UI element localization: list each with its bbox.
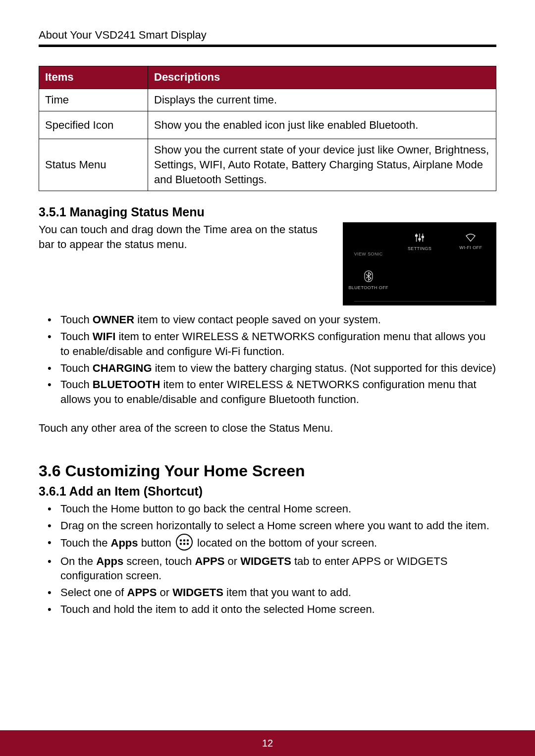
wifi-icon (465, 233, 476, 242)
li-post: item that you want to add. (223, 586, 351, 599)
svg-rect-4 (419, 239, 421, 240)
list-item: Drag on the screen horizontally to selec… (48, 518, 496, 533)
table-head-items: Items (39, 66, 148, 89)
li-mid: or (157, 586, 172, 599)
cell-item: Status Menu (39, 139, 148, 191)
li-bold: Apps (96, 555, 123, 567)
cell-desc: Show you the current state of your devic… (148, 139, 496, 191)
status-menu-figure: VIEW SONIC SETTINGS (343, 222, 496, 305)
bluetooth-icon (364, 270, 373, 282)
table-row: Specified Icon Show you the enabled icon… (39, 111, 496, 139)
heading-3-6-1: 3.6.1 Add an Item (Shortcut) (39, 484, 496, 499)
status-menu-divider (354, 301, 485, 302)
li-post: item to view contact people saved on you… (134, 313, 381, 326)
li-post: item to view the battery charging status… (152, 362, 496, 374)
table-row: Status Menu Show you the current state o… (39, 139, 496, 191)
li-bold: Apps (111, 536, 138, 549)
list-item: Touch WIFI item to enter WIRELESS & NETW… (48, 329, 496, 358)
cell-desc: Show you the enabled icon just like enab… (148, 111, 496, 139)
running-header: About Your VSD241 Smart Display (39, 29, 496, 42)
wifi-label: WI-FI OFF (459, 245, 482, 250)
li-bold: WIDGETS (172, 586, 223, 599)
list-item: Touch the Home button to go back the cen… (48, 502, 496, 516)
li-pre: Touch (60, 330, 93, 343)
list-item: Touch BLUETOOTH item to enter WIRELESS &… (48, 377, 496, 406)
bullet-list-351: Touch OWNER item to view contact people … (48, 312, 496, 406)
li-bold: APPS (195, 555, 224, 567)
page-footer: 12 (0, 730, 535, 756)
heading-3-6: 3.6 Customizing Your Home Screen (39, 462, 496, 480)
list-item: Select one of APPS or WIDGETS item that … (48, 585, 496, 600)
li-bold: WIDGETS (240, 555, 291, 567)
list-item: On the Apps screen, touch APPS or WIDGET… (48, 554, 496, 583)
list-item: Touch and hold the item to add it onto t… (48, 602, 496, 617)
settings-label: SETTINGS (408, 246, 431, 251)
header-rule (39, 45, 496, 47)
bluetooth-label: BLUETOOTH OFF (348, 285, 388, 290)
table-head-desc: Descriptions (148, 66, 496, 89)
li-mid: screen, touch (123, 555, 195, 567)
page-number: 12 (262, 738, 273, 749)
li-bold: BLUETOOTH (93, 378, 160, 391)
li-bold: OWNER (93, 313, 134, 326)
li-post: item to enter WIRELESS & NETWORKS config… (60, 330, 485, 357)
list-item: Touch OWNER item to view contact people … (48, 312, 496, 327)
list-item: Touch CHARGING item to view the battery … (48, 361, 496, 376)
status-menu-wifi: WI-FI OFF (459, 233, 482, 250)
li-pre: Touch the (60, 536, 111, 549)
lead-text: You can touch and drag down the Time are… (39, 222, 319, 252)
cell-desc: Displays the current time. (148, 89, 496, 111)
li-post: located on the bottom of your screen. (194, 536, 377, 549)
li-pre: Select one of (60, 586, 127, 599)
cell-item: Time (39, 89, 148, 111)
li-mid: button (138, 536, 174, 549)
li-pre: Touch (60, 313, 93, 326)
heading-3-5-1: 3.5.1 Managing Status Menu (39, 205, 496, 219)
svg-rect-3 (416, 235, 418, 237)
apps-icon (176, 534, 193, 551)
table-row: Time Displays the current time. (39, 89, 496, 111)
owner-label: VIEW SONIC (354, 252, 383, 256)
sliders-icon (414, 232, 425, 243)
status-menu-settings: SETTINGS (408, 232, 431, 251)
status-menu-bluetooth: BLUETOOTH OFF (348, 270, 388, 290)
items-table: Items Descriptions Time Displays the cur… (39, 66, 496, 191)
li-pre: On the (60, 555, 96, 567)
li-mid: or (224, 555, 240, 567)
list-item: Touch the Apps button located on the bot… (48, 535, 496, 552)
cell-item: Specified Icon (39, 111, 148, 139)
bullet-list-361: Touch the Home button to go back the cen… (48, 502, 496, 616)
li-bold: APPS (127, 586, 157, 599)
closing-para: Touch any other area of the screen to cl… (39, 421, 496, 436)
li-bold: CHARGING (93, 362, 152, 374)
li-bold: WIFI (93, 330, 115, 343)
li-pre: Touch (60, 378, 93, 391)
li-pre: Touch (60, 362, 93, 374)
svg-rect-5 (422, 237, 424, 238)
status-menu-owner: VIEW SONIC (354, 227, 383, 256)
